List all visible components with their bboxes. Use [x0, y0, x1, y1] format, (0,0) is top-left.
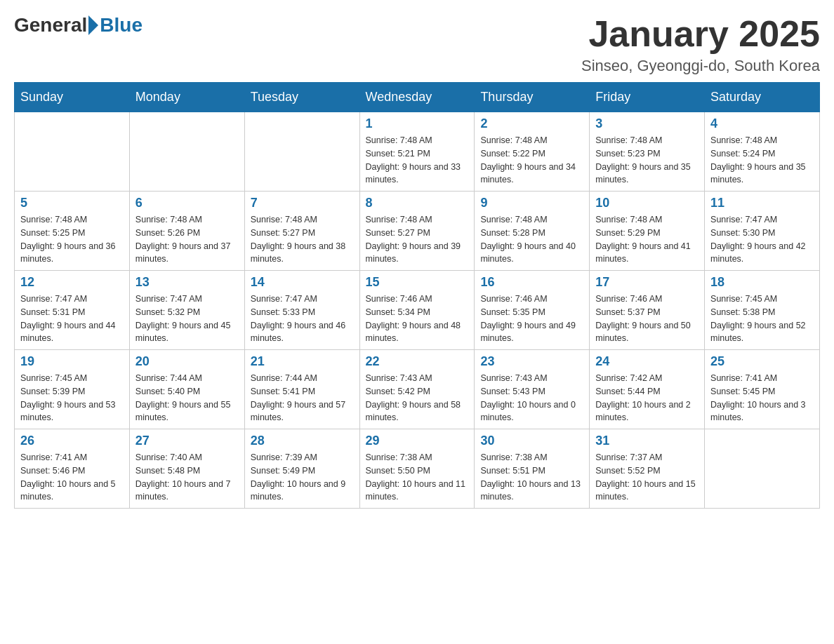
calendar-cell: 17Sunrise: 7:46 AMSunset: 5:37 PMDayligh…: [590, 271, 705, 350]
calendar-header-monday: Monday: [129, 83, 244, 112]
calendar-cell: 7Sunrise: 7:48 AMSunset: 5:27 PMDaylight…: [244, 192, 359, 271]
day-number: 21: [251, 354, 354, 369]
calendar-week-row: 1Sunrise: 7:48 AMSunset: 5:21 PMDaylight…: [15, 112, 820, 192]
calendar-header-friday: Friday: [590, 83, 705, 112]
day-info: Sunrise: 7:48 AMSunset: 5:29 PMDaylight:…: [595, 213, 699, 266]
day-number: 20: [135, 354, 239, 369]
day-number: 30: [480, 434, 583, 448]
day-number: 1: [366, 116, 469, 131]
calendar-cell: 3Sunrise: 7:48 AMSunset: 5:23 PMDaylight…: [590, 112, 705, 192]
calendar-cell: 14Sunrise: 7:47 AMSunset: 5:33 PMDayligh…: [244, 271, 359, 350]
calendar-cell: 10Sunrise: 7:48 AMSunset: 5:29 PMDayligh…: [590, 192, 705, 271]
day-number: 15: [366, 275, 469, 290]
day-info: Sunrise: 7:44 AMSunset: 5:40 PMDaylight:…: [135, 372, 239, 424]
day-info: Sunrise: 7:48 AMSunset: 5:21 PMDaylight:…: [366, 134, 469, 187]
day-number: 6: [135, 196, 239, 210]
calendar-cell: 22Sunrise: 7:43 AMSunset: 5:42 PMDayligh…: [359, 350, 475, 429]
day-info: Sunrise: 7:41 AMSunset: 5:46 PMDaylight:…: [20, 451, 124, 504]
calendar-cell: 18Sunrise: 7:45 AMSunset: 5:38 PMDayligh…: [705, 271, 820, 350]
day-info: Sunrise: 7:48 AMSunset: 5:25 PMDaylight:…: [20, 213, 124, 266]
calendar-cell: [129, 112, 244, 192]
calendar-cell: 4Sunrise: 7:48 AMSunset: 5:24 PMDaylight…: [705, 112, 820, 192]
day-number: 2: [480, 116, 583, 131]
day-number: 12: [20, 275, 124, 290]
logo: General Blue: [14, 14, 143, 36]
calendar-cell: 21Sunrise: 7:44 AMSunset: 5:41 PMDayligh…: [244, 350, 359, 429]
day-info: Sunrise: 7:48 AMSunset: 5:24 PMDaylight:…: [710, 134, 814, 187]
day-info: Sunrise: 7:38 AMSunset: 5:50 PMDaylight:…: [366, 451, 469, 504]
day-info: Sunrise: 7:48 AMSunset: 5:22 PMDaylight:…: [480, 134, 583, 187]
calendar-week-row: 19Sunrise: 7:45 AMSunset: 5:39 PMDayligh…: [15, 350, 820, 429]
calendar-table: SundayMondayTuesdayWednesdayThursdayFrid…: [14, 82, 820, 509]
day-info: Sunrise: 7:47 AMSunset: 5:31 PMDaylight:…: [20, 293, 124, 345]
day-info: Sunrise: 7:43 AMSunset: 5:43 PMDaylight:…: [480, 372, 583, 424]
title-block: January 2025 Sinseo, Gyeonggi-do, South …: [581, 14, 820, 75]
day-number: 31: [595, 434, 699, 448]
calendar-cell: 2Sunrise: 7:48 AMSunset: 5:22 PMDaylight…: [475, 112, 590, 192]
day-number: 29: [366, 434, 469, 448]
page-header: General Blue January 2025 Sinseo, Gyeong…: [14, 14, 820, 75]
month-title: January 2025: [581, 14, 820, 54]
day-info: Sunrise: 7:41 AMSunset: 5:45 PMDaylight:…: [710, 372, 814, 424]
day-number: 14: [251, 275, 354, 290]
day-number: 16: [480, 275, 583, 290]
day-number: 28: [251, 434, 354, 448]
calendar-header-tuesday: Tuesday: [244, 83, 359, 112]
day-info: Sunrise: 7:39 AMSunset: 5:49 PMDaylight:…: [251, 451, 354, 504]
calendar-header-saturday: Saturday: [705, 83, 820, 112]
day-number: 10: [595, 196, 699, 210]
calendar-header-thursday: Thursday: [475, 83, 590, 112]
calendar-cell: 31Sunrise: 7:37 AMSunset: 5:52 PMDayligh…: [590, 429, 705, 509]
calendar-cell: [705, 429, 820, 509]
calendar-header-row: SundayMondayTuesdayWednesdayThursdayFrid…: [15, 83, 820, 112]
day-number: 27: [135, 434, 239, 448]
day-info: Sunrise: 7:45 AMSunset: 5:39 PMDaylight:…: [20, 372, 124, 424]
day-info: Sunrise: 7:40 AMSunset: 5:48 PMDaylight:…: [135, 451, 239, 504]
day-number: 18: [710, 275, 814, 290]
calendar-cell: 12Sunrise: 7:47 AMSunset: 5:31 PMDayligh…: [15, 271, 130, 350]
calendar-cell: 6Sunrise: 7:48 AMSunset: 5:26 PMDaylight…: [129, 192, 244, 271]
day-number: 24: [595, 354, 699, 369]
day-info: Sunrise: 7:47 AMSunset: 5:33 PMDaylight:…: [251, 293, 354, 345]
day-info: Sunrise: 7:47 AMSunset: 5:30 PMDaylight:…: [710, 213, 814, 266]
day-info: Sunrise: 7:42 AMSunset: 5:44 PMDaylight:…: [595, 372, 699, 424]
day-info: Sunrise: 7:43 AMSunset: 5:42 PMDaylight:…: [366, 372, 469, 424]
day-info: Sunrise: 7:46 AMSunset: 5:34 PMDaylight:…: [366, 293, 469, 345]
day-number: 19: [20, 354, 124, 369]
day-info: Sunrise: 7:47 AMSunset: 5:32 PMDaylight:…: [135, 293, 239, 345]
day-number: 3: [595, 116, 699, 131]
day-number: 9: [480, 196, 583, 210]
day-number: 5: [20, 196, 124, 210]
day-number: 13: [135, 275, 239, 290]
calendar-week-row: 26Sunrise: 7:41 AMSunset: 5:46 PMDayligh…: [15, 429, 820, 509]
day-info: Sunrise: 7:48 AMSunset: 5:23 PMDaylight:…: [595, 134, 699, 187]
day-info: Sunrise: 7:48 AMSunset: 5:28 PMDaylight:…: [480, 213, 583, 266]
calendar-week-row: 5Sunrise: 7:48 AMSunset: 5:25 PMDaylight…: [15, 192, 820, 271]
day-info: Sunrise: 7:46 AMSunset: 5:35 PMDaylight:…: [480, 293, 583, 345]
day-info: Sunrise: 7:44 AMSunset: 5:41 PMDaylight:…: [251, 372, 354, 424]
day-number: 23: [480, 354, 583, 369]
calendar-cell: 8Sunrise: 7:48 AMSunset: 5:27 PMDaylight…: [359, 192, 475, 271]
calendar-cell: 20Sunrise: 7:44 AMSunset: 5:40 PMDayligh…: [129, 350, 244, 429]
calendar-cell: 13Sunrise: 7:47 AMSunset: 5:32 PMDayligh…: [129, 271, 244, 350]
calendar-cell: 19Sunrise: 7:45 AMSunset: 5:39 PMDayligh…: [15, 350, 130, 429]
day-info: Sunrise: 7:38 AMSunset: 5:51 PMDaylight:…: [480, 451, 583, 504]
calendar-cell: 5Sunrise: 7:48 AMSunset: 5:25 PMDaylight…: [15, 192, 130, 271]
day-info: Sunrise: 7:46 AMSunset: 5:37 PMDaylight:…: [595, 293, 699, 345]
day-number: 25: [710, 354, 814, 369]
calendar-cell: 28Sunrise: 7:39 AMSunset: 5:49 PMDayligh…: [244, 429, 359, 509]
calendar-cell: 15Sunrise: 7:46 AMSunset: 5:34 PMDayligh…: [359, 271, 475, 350]
day-number: 11: [710, 196, 814, 210]
logo-general-text: General: [14, 14, 87, 36]
calendar-cell: [15, 112, 130, 192]
logo-blue-text: Blue: [100, 14, 143, 36]
day-info: Sunrise: 7:45 AMSunset: 5:38 PMDaylight:…: [710, 293, 814, 345]
calendar-cell: 25Sunrise: 7:41 AMSunset: 5:45 PMDayligh…: [705, 350, 820, 429]
location-subtitle: Sinseo, Gyeonggi-do, South Korea: [581, 57, 820, 75]
calendar-cell: 9Sunrise: 7:48 AMSunset: 5:28 PMDaylight…: [475, 192, 590, 271]
day-number: 7: [251, 196, 354, 210]
calendar-cell: 30Sunrise: 7:38 AMSunset: 5:51 PMDayligh…: [475, 429, 590, 509]
logo-arrow-icon: [88, 15, 98, 35]
day-number: 8: [366, 196, 469, 210]
calendar-cell: 29Sunrise: 7:38 AMSunset: 5:50 PMDayligh…: [359, 429, 475, 509]
